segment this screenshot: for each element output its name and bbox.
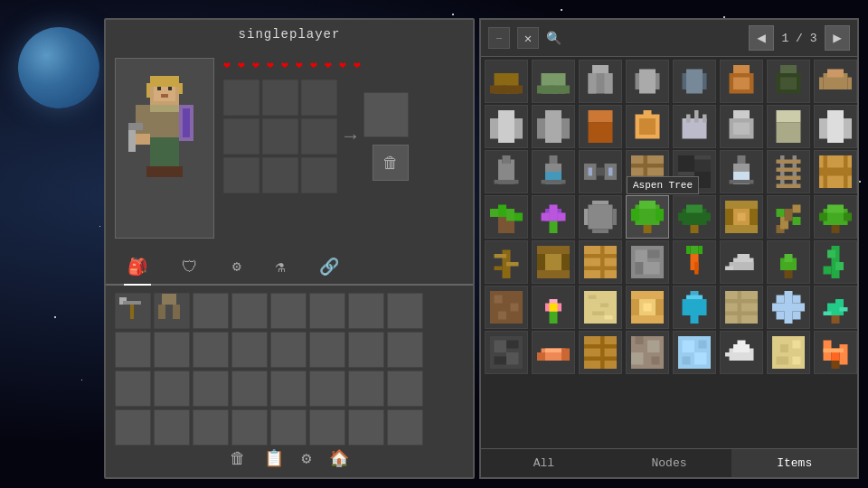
item-helmet-tan[interactable]	[814, 60, 857, 103]
item-sapling[interactable]	[767, 240, 810, 284]
search-icon[interactable]: 🔍	[546, 31, 561, 46]
inv-slot-17[interactable]	[115, 409, 151, 446]
hotbar-slot-4[interactable]	[231, 293, 268, 329]
inv-slot-7[interactable]	[348, 332, 384, 368]
item-log-brown[interactable]	[720, 195, 763, 239]
item-misc-blue[interactable]	[673, 60, 716, 103]
craft-slot-3[interactable]	[301, 80, 337, 116]
item-binoculars[interactable]	[579, 150, 622, 193]
tab-all[interactable]: All	[481, 449, 607, 477]
hotbar-slot-2[interactable]	[154, 293, 190, 329]
item-carrot[interactable]	[673, 240, 716, 284]
tab-extra[interactable]: 🔗	[316, 253, 343, 280]
craft-slot-4[interactable]	[223, 118, 259, 155]
item-bodysuit-white[interactable]	[485, 105, 528, 148]
close-search-button[interactable]: ✕	[517, 27, 539, 49]
inv-slot-10[interactable]	[154, 371, 190, 407]
tab-inventory[interactable]: 🎒	[124, 253, 151, 280]
inv-slot-3[interactable]	[193, 332, 229, 368]
item-leggings-orange[interactable]	[579, 105, 622, 148]
inv-slot-15[interactable]	[348, 371, 384, 407]
item-armor-white[interactable]	[814, 105, 857, 148]
prev-page-button[interactable]: ◀	[749, 25, 774, 51]
inv-slot-6[interactable]	[309, 332, 345, 368]
item-armor-light[interactable]	[720, 105, 763, 148]
item-wood-plank2[interactable]	[579, 240, 622, 284]
inv-slot-23[interactable]	[348, 409, 384, 446]
inv-slot-8[interactable]	[387, 332, 423, 368]
inv-slot-22[interactable]	[309, 409, 345, 446]
item-gloves-light[interactable]	[673, 105, 716, 148]
item-flower-pink[interactable]	[532, 286, 575, 329]
item-stone-gray[interactable]	[579, 195, 622, 239]
craft-slot-6[interactable]	[301, 118, 337, 155]
craft-slot-7[interactable]	[223, 157, 259, 193]
hotbar-slot-3[interactable]	[193, 293, 229, 329]
item-log2[interactable]	[532, 240, 575, 284]
item-boots-green[interactable]	[532, 60, 575, 103]
item-coral[interactable]	[814, 286, 857, 329]
craft-result-slot[interactable]	[363, 92, 409, 137]
craft-slot-8[interactable]	[262, 157, 298, 193]
item-dirt[interactable]	[485, 286, 528, 329]
item-gravel[interactable]	[626, 331, 669, 374]
hotbar-slot-7[interactable]	[348, 293, 384, 329]
inv-slot-5[interactable]	[270, 332, 307, 368]
item-wood-plank3[interactable]	[579, 331, 622, 374]
hotbar-slot-8[interactable]	[387, 293, 423, 329]
inv-slot-9[interactable]	[115, 371, 151, 407]
item-sand2[interactable]	[720, 286, 763, 329]
item-bodysuit-gray2[interactable]	[532, 105, 575, 148]
home-icon[interactable]: 🏠	[329, 448, 349, 468]
item-coral2[interactable]	[814, 331, 857, 374]
item-cloud-gray[interactable]	[720, 240, 763, 284]
inv-slot-12[interactable]	[231, 371, 268, 407]
inv-slot-20[interactable]	[231, 409, 268, 446]
craft-slot-2[interactable]	[262, 80, 298, 116]
item-seaweed[interactable]	[814, 240, 857, 284]
item-sand3[interactable]	[767, 331, 810, 374]
inv-slot-4[interactable]	[231, 332, 268, 368]
item-dark-block[interactable]	[673, 150, 716, 193]
inv-slot-11[interactable]	[193, 371, 229, 407]
inv-slot-21[interactable]	[270, 409, 307, 446]
inv-slot-14[interactable]	[309, 371, 345, 407]
inv-slot-24[interactable]	[387, 409, 423, 446]
item-diamond-blue[interactable]	[673, 286, 716, 329]
item-flower-purple[interactable]	[532, 195, 575, 239]
item-wood-plank[interactable]	[626, 150, 669, 193]
trash-icon[interactable]: 🗑	[230, 449, 246, 468]
inv-slot-2[interactable]	[154, 332, 190, 368]
item-bucket-white[interactable]	[720, 150, 763, 193]
craft-slot-9[interactable]	[301, 157, 337, 193]
inv-slot-18[interactable]	[154, 409, 190, 446]
item-leggings-cream[interactable]	[767, 105, 810, 148]
tab-shield[interactable]: 🛡	[178, 254, 202, 280]
inv-slot-16[interactable]	[387, 371, 423, 407]
hotbar-slot-5[interactable]	[270, 293, 307, 329]
item-chestplate-gray[interactable]	[579, 60, 622, 103]
item-ice[interactable]	[673, 331, 716, 374]
item-rail-track[interactable]	[767, 150, 810, 193]
item-aspen-tree[interactable]: Aspen Tree	[626, 195, 669, 239]
next-page-button[interactable]: ▶	[825, 25, 850, 51]
item-boots-brown[interactable]	[485, 60, 528, 103]
item-misc-gray[interactable]	[626, 60, 669, 103]
hotbar-slot-6[interactable]	[309, 293, 345, 329]
item-armor-dark[interactable]	[767, 60, 810, 103]
tab-smelting[interactable]: ⚗	[272, 253, 289, 280]
item-log-light[interactable]	[626, 286, 669, 329]
item-backpack-yellow[interactable]	[626, 105, 669, 148]
inv-slot-19[interactable]	[193, 409, 229, 446]
item-grass-small[interactable]	[485, 195, 528, 239]
item-stone-dark[interactable]	[485, 331, 528, 374]
inv-slot-13[interactable]	[270, 371, 307, 407]
item-cloud2[interactable]	[720, 331, 763, 374]
tab-crafting[interactable]: ⚙	[229, 254, 245, 279]
item-bucket-gray[interactable]	[485, 150, 528, 193]
item-bush-green[interactable]	[814, 195, 857, 239]
item-twig-bare[interactable]	[485, 240, 528, 284]
list-icon[interactable]: 📋	[264, 448, 284, 468]
item-bush-dark[interactable]	[673, 195, 716, 239]
item-sand[interactable]	[579, 286, 622, 329]
